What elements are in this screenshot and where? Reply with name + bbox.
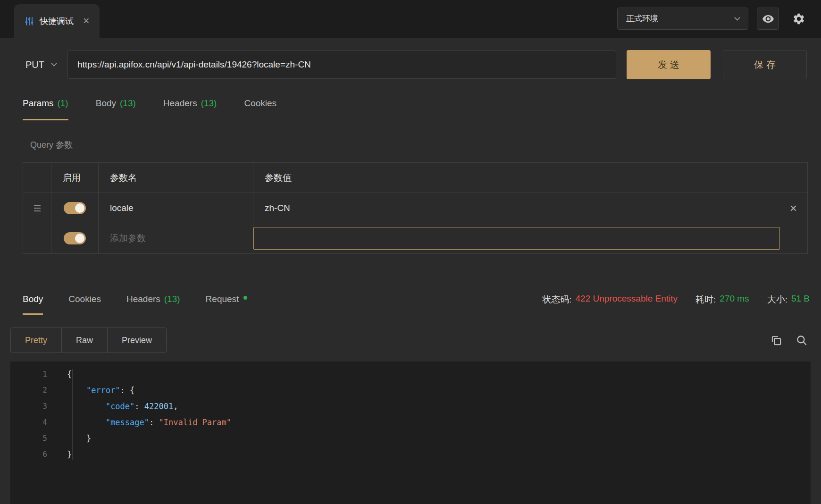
response-size: 大小: 51 B: [767, 294, 810, 306]
time-value: 270 ms: [720, 294, 749, 306]
gear-icon: [792, 12, 805, 25]
enable-toggle[interactable]: [64, 232, 86, 244]
tab-body[interactable]: Body (13): [96, 98, 136, 120]
eye-icon: [762, 13, 774, 25]
tab-label: Body: [23, 294, 43, 304]
response-body-editor[interactable]: 1{2 "error": {3 "code": 422001,4 "messag…: [10, 361, 811, 504]
top-controls: 正式环境: [617, 8, 810, 30]
response-status-group: 状态码: 422 Unprocessable Entity 耗时: 270 ms…: [542, 294, 810, 315]
view-mode-pretty[interactable]: Pretty: [11, 328, 62, 353]
settings-button[interactable]: [787, 8, 810, 30]
size-label: 大小:: [767, 294, 787, 306]
search-icon[interactable]: [796, 334, 808, 346]
code-lines: 1{2 "error": {3 "code": 422001,4 "messag…: [20, 366, 811, 462]
column-header-value: 参数值: [253, 163, 807, 193]
code-line: 4 "message": "Invalid Param": [20, 414, 811, 430]
tab-label: Body: [96, 98, 116, 109]
code-line: 6}: [20, 446, 811, 462]
tab-params[interactable]: Params (1): [23, 98, 68, 120]
tab-count: (13): [164, 294, 180, 304]
request-tabs: Params (1) Body (13) Headers (13) Cookie…: [23, 98, 821, 120]
response-tabs: Body Cookies Headers (13) Request: [23, 294, 247, 315]
send-button[interactable]: 发 送: [627, 50, 711, 79]
green-dot-indicator: [243, 296, 247, 300]
apifox-quick-debug-window: 快捷调试 × 正式环境: [0, 0, 821, 504]
eye-button[interactable]: [757, 8, 779, 30]
column-header-name: 参数名: [99, 163, 253, 193]
copy-icon[interactable]: [770, 334, 782, 346]
code-line: 1{: [20, 366, 811, 382]
chevron-down-icon: [734, 15, 740, 21]
tab-count: (13): [201, 98, 217, 109]
tab-headers[interactable]: Headers (13): [163, 98, 217, 120]
code-line: 3 "code": 422001,: [20, 398, 811, 414]
toggle-knob: [75, 203, 84, 213]
status-code-label: 状态码:: [542, 294, 571, 306]
editor-tools: [770, 334, 808, 346]
response-tab-headers[interactable]: Headers (13): [126, 294, 180, 315]
view-mode-raw[interactable]: Raw: [62, 328, 108, 353]
method-select[interactable]: PUT: [14, 59, 67, 70]
tab-label: Params: [23, 98, 53, 109]
drag-column-cell: [23, 223, 51, 253]
drag-column-header: [23, 163, 51, 193]
method-label: PUT: [25, 59, 44, 70]
delete-icon[interactable]: ×: [790, 202, 797, 214]
drag-handle-icon[interactable]: [34, 205, 41, 211]
line-number: 4: [20, 414, 47, 430]
line-number: 3: [20, 398, 47, 414]
enable-toggle[interactable]: [64, 202, 86, 214]
table-header-row: 启用 参数名 参数值: [23, 163, 807, 193]
response-tab-request[interactable]: Request: [206, 294, 248, 315]
save-button[interactable]: 保 存: [723, 50, 807, 79]
query-params-title: Query 参数: [30, 139, 821, 151]
new-param-value-input[interactable]: [253, 227, 780, 250]
url-input[interactable]: [67, 50, 616, 79]
line-number: 6: [20, 446, 47, 462]
environment-select[interactable]: 正式环境: [617, 8, 748, 30]
time-label: 耗时:: [695, 294, 716, 306]
line-number: 5: [20, 430, 47, 446]
environment-label: 正式环境: [626, 13, 658, 24]
tab-label: Cookies: [244, 98, 276, 109]
tab-label: Headers: [163, 98, 197, 109]
param-row-new: [23, 223, 807, 253]
tab-label: Cookies: [68, 294, 101, 304]
response-tab-body[interactable]: Body: [23, 294, 43, 315]
param-name-cell[interactable]: locale: [99, 193, 253, 223]
response-tab-cookies[interactable]: Cookies: [68, 294, 101, 315]
view-mode-preview[interactable]: Preview: [108, 328, 166, 353]
chevron-down-icon: [51, 60, 57, 67]
body-view-controls: Pretty Raw Preview: [10, 328, 808, 353]
tab-count: (13): [120, 98, 136, 109]
query-params-table: 启用 参数名 参数值 locale zh-CN ×: [23, 162, 808, 254]
tab-cookies[interactable]: Cookies: [244, 98, 276, 120]
line-number: 1: [20, 366, 47, 382]
tab-title: 快捷调试: [40, 16, 74, 27]
tab-label: Request: [206, 294, 239, 304]
param-value-cell[interactable]: zh-CN: [265, 203, 290, 213]
top-tab-bar: 快捷调试 × 正式环境: [0, 0, 821, 38]
indent-guide: [72, 369, 73, 460]
response-header: Body Cookies Headers (13) Request 状态码: 4…: [23, 294, 810, 315]
tab-quick-debug[interactable]: 快捷调试 ×: [14, 4, 100, 38]
size-value: 51 B: [791, 294, 810, 306]
status-code-value: 422 Unprocessable Entity: [576, 294, 678, 306]
new-param-name-input[interactable]: [99, 223, 253, 253]
close-icon[interactable]: ×: [83, 16, 89, 26]
request-bar: PUT 发 送 保 存: [14, 50, 807, 79]
tab-label: Headers: [126, 294, 160, 304]
line-number: 2: [20, 382, 47, 398]
param-row-locale: locale zh-CN ×: [23, 193, 807, 223]
toggle-knob: [75, 234, 84, 243]
tab-count: (1): [57, 98, 68, 109]
elapsed-time: 耗时: 270 ms: [695, 294, 749, 306]
status-code: 状态码: 422 Unprocessable Entity: [542, 294, 678, 306]
code-line: 5 }: [20, 430, 811, 446]
code-line: 2 "error": {: [20, 382, 811, 398]
column-header-enable: 启用: [51, 163, 99, 193]
view-mode-group: Pretty Raw Preview: [10, 328, 167, 353]
sliders-icon: [25, 17, 34, 26]
